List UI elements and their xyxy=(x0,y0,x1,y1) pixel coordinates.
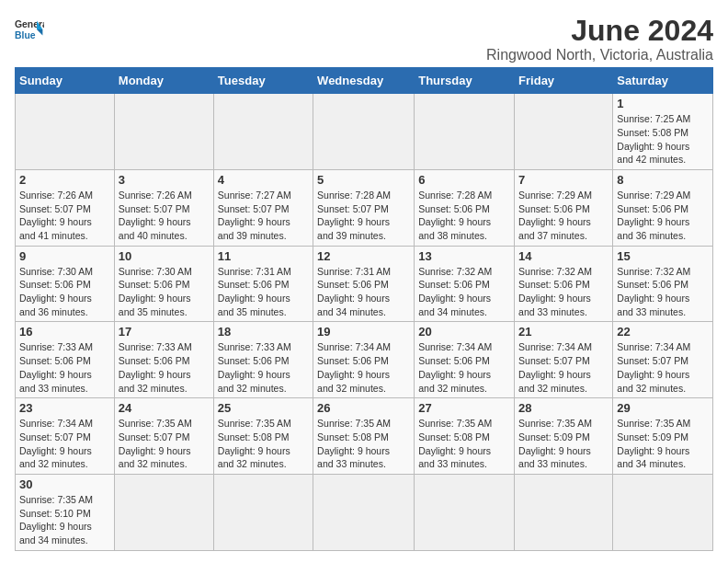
calendar-cell: 3Sunrise: 7:26 AM Sunset: 5:07 PM Daylig… xyxy=(114,169,213,246)
calendar-cell: 28Sunrise: 7:35 AM Sunset: 5:09 PM Dayli… xyxy=(515,398,613,475)
calendar-week-row: 1Sunrise: 7:25 AM Sunset: 5:08 PM Daylig… xyxy=(16,94,713,170)
day-number: 18 xyxy=(218,325,309,339)
day-number: 14 xyxy=(518,249,609,263)
day-info: Sunrise: 7:31 AM Sunset: 5:06 PM Dayligh… xyxy=(218,265,309,319)
day-number: 30 xyxy=(19,477,110,491)
calendar-week-row: 2Sunrise: 7:26 AM Sunset: 5:07 PM Daylig… xyxy=(16,169,713,246)
column-header-tuesday: Tuesday xyxy=(213,68,313,94)
day-info: Sunrise: 7:33 AM Sunset: 5:06 PM Dayligh… xyxy=(19,340,110,395)
svg-text:Blue: Blue xyxy=(15,30,36,40)
day-info: Sunrise: 7:30 AM Sunset: 5:06 PM Dayligh… xyxy=(19,265,110,319)
calendar-cell: 21Sunrise: 7:34 AM Sunset: 5:07 PM Dayli… xyxy=(515,322,613,398)
day-number: 15 xyxy=(617,249,709,263)
day-number: 13 xyxy=(418,249,510,263)
calendar-cell: 22Sunrise: 7:34 AM Sunset: 5:07 PM Dayli… xyxy=(613,322,713,398)
calendar-cell: 9Sunrise: 7:30 AM Sunset: 5:06 PM Daylig… xyxy=(16,246,115,322)
calendar-header-row: SundayMondayTuesdayWednesdayThursdayFrid… xyxy=(16,68,713,94)
calendar-body: 1Sunrise: 7:25 AM Sunset: 5:08 PM Daylig… xyxy=(16,94,713,551)
column-header-friday: Friday xyxy=(515,68,613,94)
calendar-cell: 11Sunrise: 7:31 AM Sunset: 5:06 PM Dayli… xyxy=(213,246,313,322)
calendar-cell: 23Sunrise: 7:34 AM Sunset: 5:07 PM Dayli… xyxy=(16,398,115,475)
calendar-cell: 8Sunrise: 7:29 AM Sunset: 5:06 PM Daylig… xyxy=(613,169,713,246)
calendar-cell xyxy=(114,94,213,170)
day-info: Sunrise: 7:35 AM Sunset: 5:09 PM Dayligh… xyxy=(518,417,609,471)
day-number: 2 xyxy=(19,173,110,187)
calendar-cell xyxy=(415,474,515,550)
calendar-cell: 13Sunrise: 7:32 AM Sunset: 5:06 PM Dayli… xyxy=(415,246,515,322)
calendar-cell: 10Sunrise: 7:30 AM Sunset: 5:06 PM Dayli… xyxy=(114,246,213,322)
calendar-cell: 14Sunrise: 7:32 AM Sunset: 5:06 PM Dayli… xyxy=(515,246,613,322)
day-number: 9 xyxy=(19,249,110,263)
calendar-cell xyxy=(515,94,613,170)
calendar-cell: 20Sunrise: 7:34 AM Sunset: 5:06 PM Dayli… xyxy=(415,322,515,398)
day-number: 17 xyxy=(119,325,210,339)
page-header: General Blue General Blue June 2024 Ring… xyxy=(15,15,713,63)
calendar-week-row: 9Sunrise: 7:30 AM Sunset: 5:06 PM Daylig… xyxy=(16,246,713,322)
calendar-cell xyxy=(16,94,115,170)
day-number: 29 xyxy=(617,401,709,415)
day-info: Sunrise: 7:27 AM Sunset: 5:07 PM Dayligh… xyxy=(218,189,309,243)
calendar-cell: 5Sunrise: 7:28 AM Sunset: 5:07 PM Daylig… xyxy=(313,169,415,246)
calendar-cell: 29Sunrise: 7:35 AM Sunset: 5:09 PM Dayli… xyxy=(613,398,713,475)
day-number: 27 xyxy=(418,401,510,415)
day-number: 23 xyxy=(19,401,110,415)
calendar-cell: 2Sunrise: 7:26 AM Sunset: 5:07 PM Daylig… xyxy=(16,169,115,246)
day-number: 6 xyxy=(418,173,510,187)
calendar-cell: 30Sunrise: 7:35 AM Sunset: 5:10 PM Dayli… xyxy=(16,474,115,550)
calendar-cell xyxy=(313,94,415,170)
day-number: 21 xyxy=(518,325,609,339)
day-number: 4 xyxy=(218,173,309,187)
day-number: 28 xyxy=(518,401,609,415)
calendar-cell: 18Sunrise: 7:33 AM Sunset: 5:06 PM Dayli… xyxy=(213,322,313,398)
svg-marker-3 xyxy=(37,29,42,35)
calendar-table: SundayMondayTuesdayWednesdayThursdayFrid… xyxy=(15,67,713,551)
day-info: Sunrise: 7:30 AM Sunset: 5:06 PM Dayligh… xyxy=(119,265,210,319)
day-info: Sunrise: 7:25 AM Sunset: 5:08 PM Dayligh… xyxy=(617,112,709,167)
day-info: Sunrise: 7:32 AM Sunset: 5:06 PM Dayligh… xyxy=(518,265,609,319)
day-info: Sunrise: 7:31 AM Sunset: 5:06 PM Dayligh… xyxy=(317,265,410,319)
column-header-sunday: Sunday xyxy=(16,68,115,94)
title-block: June 2024 Ringwood North, Victoria, Aust… xyxy=(486,15,713,63)
day-number: 12 xyxy=(317,249,410,263)
calendar-cell xyxy=(213,474,313,550)
calendar-cell: 26Sunrise: 7:35 AM Sunset: 5:08 PM Dayli… xyxy=(313,398,415,475)
day-info: Sunrise: 7:28 AM Sunset: 5:07 PM Dayligh… xyxy=(317,189,410,243)
calendar-cell xyxy=(515,474,613,550)
calendar-cell: 7Sunrise: 7:29 AM Sunset: 5:06 PM Daylig… xyxy=(515,169,613,246)
day-info: Sunrise: 7:34 AM Sunset: 5:06 PM Dayligh… xyxy=(418,340,510,395)
location-subtitle: Ringwood North, Victoria, Australia xyxy=(486,47,713,63)
day-number: 11 xyxy=(218,249,309,263)
calendar-cell: 19Sunrise: 7:34 AM Sunset: 5:06 PM Dayli… xyxy=(313,322,415,398)
day-info: Sunrise: 7:34 AM Sunset: 5:06 PM Dayligh… xyxy=(317,340,410,395)
day-info: Sunrise: 7:33 AM Sunset: 5:06 PM Dayligh… xyxy=(218,340,309,395)
calendar-week-row: 30Sunrise: 7:35 AM Sunset: 5:10 PM Dayli… xyxy=(16,474,713,550)
day-info: Sunrise: 7:35 AM Sunset: 5:08 PM Dayligh… xyxy=(218,417,309,471)
calendar-cell xyxy=(415,94,515,170)
day-number: 24 xyxy=(119,401,210,415)
column-header-saturday: Saturday xyxy=(613,68,713,94)
calendar-cell: 12Sunrise: 7:31 AM Sunset: 5:06 PM Dayli… xyxy=(313,246,415,322)
day-info: Sunrise: 7:35 AM Sunset: 5:08 PM Dayligh… xyxy=(418,417,510,471)
calendar-cell xyxy=(213,94,313,170)
day-info: Sunrise: 7:34 AM Sunset: 5:07 PM Dayligh… xyxy=(617,340,709,395)
calendar-cell: 4Sunrise: 7:27 AM Sunset: 5:07 PM Daylig… xyxy=(213,169,313,246)
day-info: Sunrise: 7:32 AM Sunset: 5:06 PM Dayligh… xyxy=(617,265,709,319)
day-info: Sunrise: 7:35 AM Sunset: 5:10 PM Dayligh… xyxy=(19,493,110,547)
day-info: Sunrise: 7:26 AM Sunset: 5:07 PM Dayligh… xyxy=(19,189,110,243)
day-info: Sunrise: 7:34 AM Sunset: 5:07 PM Dayligh… xyxy=(19,417,110,471)
calendar-cell xyxy=(613,474,713,550)
calendar-cell xyxy=(313,474,415,550)
calendar-cell: 16Sunrise: 7:33 AM Sunset: 5:06 PM Dayli… xyxy=(16,322,115,398)
day-number: 19 xyxy=(317,325,410,339)
calendar-cell: 15Sunrise: 7:32 AM Sunset: 5:06 PM Dayli… xyxy=(613,246,713,322)
day-info: Sunrise: 7:33 AM Sunset: 5:06 PM Dayligh… xyxy=(119,340,210,395)
day-number: 5 xyxy=(317,173,410,187)
day-info: Sunrise: 7:28 AM Sunset: 5:06 PM Dayligh… xyxy=(418,189,510,243)
calendar-cell xyxy=(114,474,213,550)
day-number: 16 xyxy=(19,325,110,339)
calendar-cell: 1Sunrise: 7:25 AM Sunset: 5:08 PM Daylig… xyxy=(613,94,713,170)
day-info: Sunrise: 7:34 AM Sunset: 5:07 PM Dayligh… xyxy=(518,340,609,395)
day-info: Sunrise: 7:29 AM Sunset: 5:06 PM Dayligh… xyxy=(617,189,709,243)
day-number: 10 xyxy=(119,249,210,263)
logo: General Blue General Blue xyxy=(15,15,44,44)
